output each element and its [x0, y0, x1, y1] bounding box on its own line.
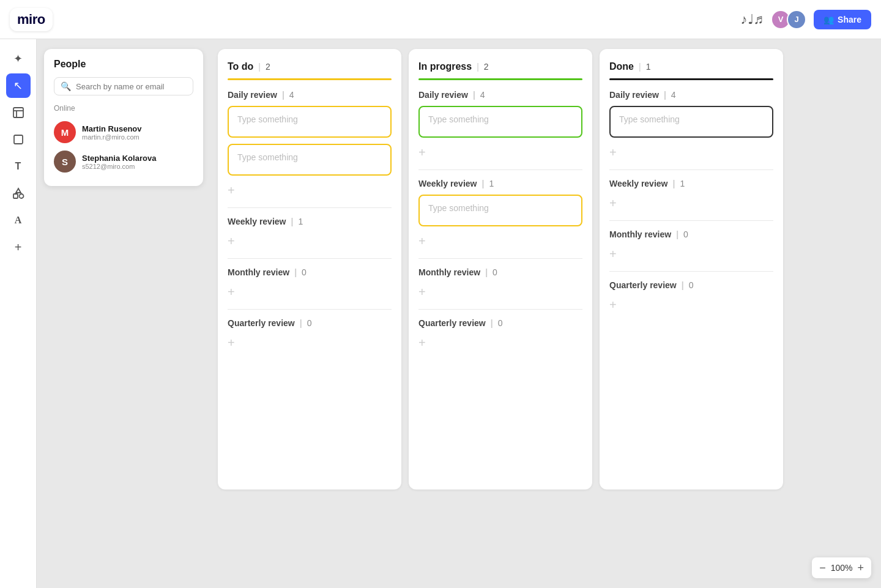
add-card-inprogress-daily[interactable]: + — [418, 144, 582, 161]
divider-todo-3 — [228, 309, 392, 310]
sidebar-select-tool[interactable]: ↖ — [6, 73, 31, 98]
card-done-daily-1[interactable]: Type something — [609, 106, 773, 138]
search-icon: 🔍 — [61, 81, 71, 91]
person-info-martin: Martin Rusenov martin.r@miro.com — [82, 124, 142, 141]
search-wrap[interactable]: 🔍 — [54, 77, 193, 95]
card-placeholder: Type something — [237, 114, 298, 124]
add-card-todo-weekly[interactable]: + — [228, 233, 392, 250]
column-header-todo: To do | 2 — [228, 61, 392, 72]
group-label-todo-weekly: Weekly review | 1 — [228, 217, 392, 226]
column-line-inprogress — [418, 78, 582, 80]
sidebar-ai-tool[interactable]: ✦ — [6, 47, 31, 71]
divider-inprogress-3 — [418, 309, 582, 310]
share-label: Share — [838, 15, 861, 24]
divider-todo-2 — [228, 258, 392, 259]
svg-point-5 — [19, 194, 23, 198]
avatar-stephania: S — [54, 151, 76, 173]
divider-inprogress-2 — [418, 258, 582, 259]
card-inprogress-weekly-1[interactable]: Type something — [418, 195, 582, 226]
add-card-inprogress-monthly[interactable]: + — [418, 283, 582, 300]
avatars: V J — [771, 10, 806, 29]
divider-todo-1 — [228, 207, 392, 208]
collab-icons: ♪♩♬ — [741, 12, 764, 28]
column-title-done: Done — [609, 61, 634, 72]
sidebar-frames-tool[interactable] — [6, 100, 31, 125]
sidebar-sticky-tool[interactable] — [6, 127, 31, 152]
avatar-j: J — [787, 10, 806, 29]
logo-wrap[interactable]: miro — [10, 8, 53, 31]
share-icon: 👥 — [823, 15, 834, 24]
person-info-stephania: Stephania Kolarova s5212@miro.com — [82, 154, 156, 170]
svg-rect-3 — [14, 135, 23, 144]
people-panel: People 🔍 Online M Martin Rusenov martin.… — [44, 49, 203, 186]
board: To do | 2 Daily review | 4 Type somethin… — [208, 39, 881, 588]
divider-done-3 — [609, 271, 773, 272]
person-email-martin: martin.r@miro.com — [82, 133, 142, 141]
add-card-done-weekly[interactable]: + — [609, 195, 773, 212]
group-label-done-daily: Daily review | 4 — [609, 90, 773, 100]
group-name-done-weekly: Weekly review — [609, 179, 667, 188]
column-header-done: Done | 1 — [609, 61, 773, 72]
add-card-todo-daily[interactable]: + — [228, 182, 392, 199]
group-count-todo-monthly: 0 — [302, 267, 307, 277]
add-card-done-monthly[interactable]: + — [609, 245, 773, 262]
add-card-todo-quarterly[interactable]: + — [228, 334, 392, 351]
group-label-inprogress-daily: Daily review | 4 — [418, 90, 582, 100]
group-name-todo-daily: Daily review — [228, 90, 277, 100]
group-label-done-weekly: Weekly review | 1 — [609, 179, 773, 188]
avatar-martin: M — [54, 121, 76, 143]
sidebar-text-tool[interactable]: T — [6, 154, 31, 179]
person-email-stephania: s5212@miro.com — [82, 163, 156, 170]
group-count-done-weekly: 1 — [680, 179, 685, 188]
column-title-inprogress: In progress — [418, 61, 472, 72]
group-name-done-quarterly: Quarterly review — [609, 280, 677, 290]
music-icon: ♪♩♬ — [741, 12, 764, 28]
column-title-todo: To do — [228, 61, 253, 72]
zoom-out-button[interactable]: − — [819, 562, 826, 573]
group-count-done-monthly: 0 — [683, 229, 688, 239]
column-count-inprogress: 2 — [484, 62, 489, 72]
group-count-todo-quarterly: 0 — [307, 318, 312, 328]
group-count-done-quarterly: 0 — [689, 280, 694, 290]
card-todo-daily-2[interactable]: Type something — [228, 144, 392, 176]
group-label-done-quarterly: Quarterly review | 0 — [609, 280, 773, 290]
sidebar-font-tool[interactable]: A — [6, 208, 31, 233]
people-title: People — [54, 59, 193, 70]
column-done: Done | 1 Daily review | 4 Type something… — [600, 49, 783, 489]
group-name-inprogress-daily: Daily review — [418, 90, 468, 100]
logo: miro — [17, 12, 45, 27]
group-name-todo-quarterly: Quarterly review — [228, 318, 295, 328]
online-label: Online — [54, 104, 193, 113]
group-label-inprogress-monthly: Monthly review | 0 — [418, 267, 582, 277]
add-card-done-quarterly[interactable]: + — [609, 296, 773, 313]
person-name-stephania: Stephania Kolarova — [82, 154, 156, 163]
group-count-inprogress-quarterly: 0 — [498, 318, 503, 328]
person-row-stephania: S Stephania Kolarova s5212@miro.com — [54, 147, 193, 176]
group-label-todo-monthly: Monthly review | 0 — [228, 267, 392, 277]
sidebar-shapes-tool[interactable] — [6, 181, 31, 206]
card-placeholder: Type something — [428, 114, 489, 124]
group-label-inprogress-weekly: Weekly review | 1 — [418, 179, 582, 188]
group-name-todo-monthly: Monthly review — [228, 267, 289, 277]
group-count-inprogress-monthly: 0 — [493, 267, 497, 277]
zoom-level: 100% — [831, 563, 853, 573]
add-card-todo-monthly[interactable]: + — [228, 283, 392, 300]
group-count-inprogress-daily: 4 — [480, 90, 485, 100]
column-todo: To do | 2 Daily review | 4 Type somethin… — [218, 49, 401, 489]
zoom-in-button[interactable]: + — [857, 562, 864, 573]
header-right: ♪♩♬ V J 👥 Share — [741, 10, 871, 29]
person-name-martin: Martin Rusenov — [82, 124, 142, 133]
sidebar-add-tool[interactable]: + — [6, 235, 31, 259]
add-card-inprogress-weekly[interactable]: + — [418, 233, 582, 250]
card-todo-daily-1[interactable]: Type something — [228, 106, 392, 138]
add-card-done-daily[interactable]: + — [609, 144, 773, 161]
share-button[interactable]: 👥 Share — [814, 10, 871, 29]
column-line-todo — [228, 78, 392, 80]
card-inprogress-daily-1[interactable]: Type something — [418, 106, 582, 138]
group-name-inprogress-quarterly: Quarterly review — [418, 318, 486, 328]
group-label-done-monthly: Monthly review | 0 — [609, 229, 773, 239]
search-input[interactable] — [76, 82, 187, 91]
svg-marker-6 — [16, 188, 21, 193]
add-card-inprogress-quarterly[interactable]: + — [418, 334, 582, 351]
divider-inprogress-1 — [418, 169, 582, 170]
